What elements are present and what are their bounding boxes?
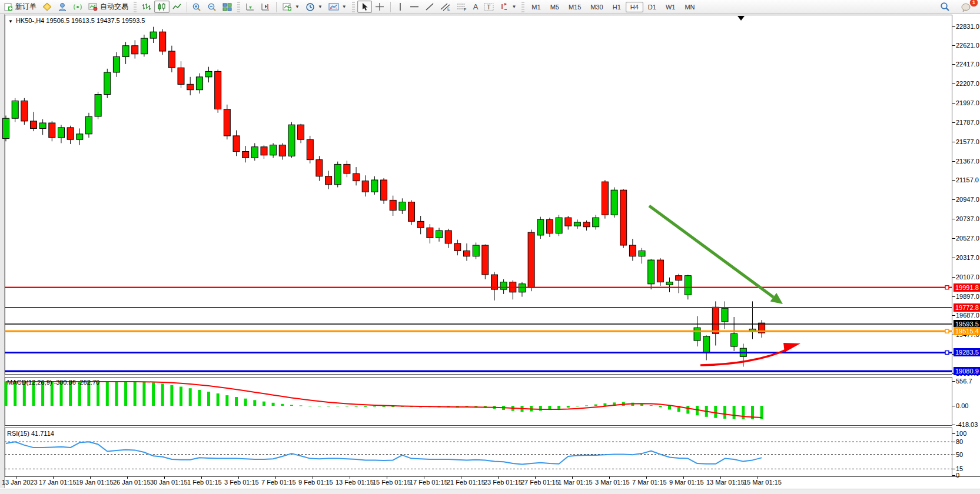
chart-shift-button[interactable] [258,1,273,13]
timeframe-button-w1[interactable]: W1 [661,2,680,12]
timeframe-button-m30[interactable]: M30 [586,2,607,12]
new-order-icon [4,2,13,11]
time-axis-line [5,476,980,477]
price-tag-19080.9[interactable]: 19080.9 [954,367,980,375]
chart-title: ▼HK50-,H4 19506.5 19613.5 19437.5 19593.… [8,17,145,24]
zoom-out-button[interactable] [204,1,220,14]
time-tick-label: 17 Feb 01:15 [410,479,448,486]
rsi-tick-label: 0 [956,472,959,479]
horizontal-line-tool-button[interactable] [407,1,422,13]
price-tick-label: 19687.0 [956,312,979,319]
price-tag-19772.8[interactable]: 19772.8 [954,303,980,312]
price-tick-label: 21577.0 [956,138,979,145]
text-label-tool-button[interactable]: T [481,1,497,14]
price-tag-19991.8[interactable]: 19991.8 [954,283,980,292]
price-tick-label: 21157.0 [956,176,979,183]
mt4-window: 新订单 自动交易 [0,0,980,494]
cursor-tool-button[interactable] [357,1,372,13]
auto-scroll-button[interactable] [242,1,258,13]
templates-button[interactable]: ▼ [325,1,350,13]
toolbar-group-indicators: ▼ ▼ ▼ [278,0,351,14]
time-tick-label: 13 Feb 01:15 [335,479,374,486]
axis-tick [952,142,955,142]
chart-canvas[interactable] [0,0,980,494]
axis-tick [952,122,955,123]
price-tag-19283.5[interactable]: 19283.5 [954,348,980,356]
auto-trading-icon [88,2,98,11]
line-handle [945,286,949,289]
price-tick-label: 22621.0 [956,42,979,49]
time-tick-label: 30 Jan 01:15 [150,479,188,486]
rsi-line [6,442,762,464]
zoom-in-button[interactable] [189,1,204,14]
chart-title-text: HK50-,H4 19506.5 19613.5 19437.5 19593.5 [16,17,145,24]
time-tick-label: 13 Jan 2023 [2,479,38,486]
timeframe-button-mn[interactable]: MN [680,2,699,12]
trendline-tool-button[interactable] [422,1,437,13]
diamond-icon [42,2,52,11]
axis-tick [952,475,955,476]
chevron-down-icon: ▼ [342,4,347,9]
axis-tick [952,433,955,434]
arrows-tool-button[interactable]: ▼ [497,1,519,13]
time-tick-label: 13 Mar 01:15 [706,479,745,486]
svg-text:E: E [447,7,450,11]
timeframe-button-h1[interactable]: H1 [608,2,626,12]
rsi-tick-label: 100 [956,430,966,437]
axis-tick [952,84,955,84]
price-tick-label: 20737.0 [956,215,979,222]
bar-chart-mode-button[interactable] [139,1,154,13]
toolbar-group-objects: E F A T ▼ [393,0,521,14]
axis-tick [952,199,955,200]
axis-tick [952,26,955,27]
signal-icon [73,2,82,11]
search-button[interactable] [937,0,953,14]
price-tag-19515.4[interactable]: 19515.4 [954,327,980,335]
text-tool-button[interactable]: A [470,1,481,13]
vertical-line-tool-button[interactable] [394,1,407,13]
price-tick-label: 21367.0 [956,158,979,165]
time-tick-label: 15 Mar 01:15 [743,479,782,486]
axis-tick [952,161,955,162]
time-tick-label: 1 Feb 01:15 [187,479,222,486]
time-tick-label: 26 Jan 01:15 [113,479,151,486]
expert-advisors-button[interactable] [55,1,70,13]
time-tick-label: 17 Jan 01:15 [39,479,77,486]
time-tick-label: 3 Mar 01:15 [595,479,630,486]
chart-title-collapse-icon[interactable]: ▼ [8,19,13,24]
time-tick-label: 15 Feb 01:15 [373,479,411,486]
notifications-button[interactable]: 1 [958,1,974,14]
new-order-label: 新订单 [15,2,36,12]
equidistant-channel-tool-button[interactable]: E [437,1,454,13]
crosshair-tool-button[interactable] [372,1,387,13]
time-tick-label: 3 Feb 01:15 [224,479,259,486]
metaquotes-button[interactable] [39,1,55,13]
time-tick-label: 21 Feb 01:15 [447,479,485,486]
line-handle [945,329,949,333]
notification-badge: 1 [970,0,978,6]
toolbar: 新订单 自动交易 [0,0,980,14]
periods-button[interactable]: ▼ [303,1,325,14]
tile-windows-button[interactable] [220,1,235,13]
timeframe-button-m15[interactable]: M15 [564,2,586,12]
auto-trading-button[interactable]: 自动交易 [85,0,131,14]
toolbar-drag-handle [237,2,240,12]
line-chart-mode-button[interactable] [170,1,185,13]
timeframe-button-h4[interactable]: H4 [626,2,643,12]
fibonacci-tool-button[interactable]: F [454,1,470,13]
new-order-button[interactable]: 新订单 [1,0,39,14]
timeframe-button-m1[interactable]: M1 [527,2,545,12]
axis-tick [952,219,955,219]
timeframe-button-m5[interactable]: M5 [546,2,564,12]
candlestick-mode-button[interactable] [154,1,170,13]
indicators-list-button[interactable]: ▼ [280,1,303,13]
timeframe-button-d1[interactable]: D1 [643,2,661,12]
rsi-tick-label: 80 [956,438,963,445]
price-tick-label: 20947.0 [956,196,979,203]
axis-tick [952,455,955,455]
price-tick-label: 20317.0 [956,254,979,261]
signals-button[interactable] [70,1,85,13]
price-tick-label: 22417.0 [956,61,979,68]
toolbar-drag-handle [352,2,355,12]
axis-tick [952,277,955,278]
